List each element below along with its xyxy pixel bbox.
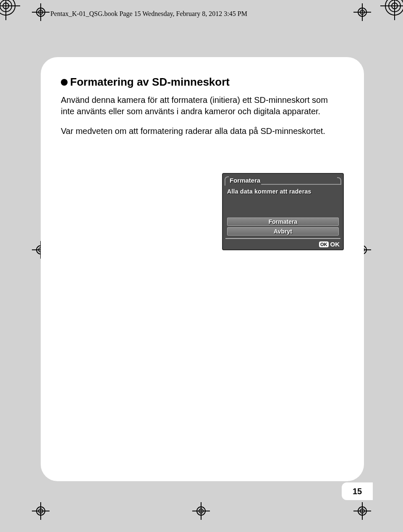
dialog-title-tab: Formatera [225,176,341,186]
dialog-option-cancel[interactable]: Avbryt [227,227,339,236]
dialog-title: Formatera [229,177,263,186]
dialog-ok-row: OKOK [225,240,341,249]
section-heading-text: Formatering av SD-minneskort [70,76,230,89]
dialog-ok-label: OK [330,241,340,248]
print-header-line: Pentax_K-01_QSG.book Page 15 Wednesday, … [50,10,247,18]
dialog-message: Alla data kommer att raderas [225,186,341,218]
section-heading: Formatering av SD-minneskort [61,76,344,89]
bullet-icon [61,79,68,86]
content-card: Formatering av SD-minneskort Använd denn… [41,57,364,481]
dialog-divider [225,238,340,239]
paragraph-1: Använd denna kamera för att formatera (i… [61,94,338,117]
page-number-tab: 15 [342,482,373,500]
register-mark-icon [194,504,208,518]
register-mark-large-icon [382,0,403,18]
register-mark-icon [355,5,369,19]
paragraph-2: Var medveten om att formatering raderar … [61,126,338,137]
register-mark-icon [355,504,369,518]
dialog-option-format[interactable]: Formatera [227,218,339,226]
ok-badge-icon: OK [319,241,329,247]
page-number: 15 [353,487,362,496]
register-mark-icon [34,5,48,19]
camera-dialog: Formatera Alla data kommer att raderas F… [222,173,344,250]
register-mark-icon [34,504,48,518]
register-mark-large-icon [0,0,18,18]
